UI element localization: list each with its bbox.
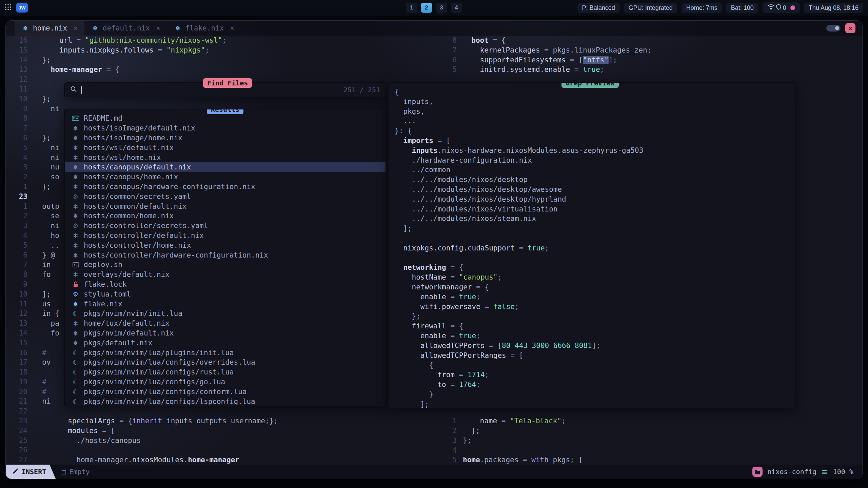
code-line: 13 home-manager = { — [12, 65, 433, 75]
code-line: 3}; — [441, 436, 862, 446]
code-line: ../../modules/nixos/virtualisation — [395, 204, 795, 214]
topbar-module[interactable]: GPU: Integrated — [624, 3, 677, 13]
line-number: 23 — [12, 416, 27, 426]
code-line: 4 — [441, 446, 862, 455]
recorder-dot-icon[interactable] — [790, 5, 795, 10]
tab-label: default.nix — [103, 24, 150, 32]
result-item[interactable]: ☾pkgs/nvim/nvim/lua/configs/lspconfig.lu… — [65, 396, 386, 406]
line-number: 24 — [12, 426, 27, 436]
line-number: 10 — [12, 289, 27, 299]
workspace-1[interactable]: 1 — [406, 3, 417, 13]
nix-cyan-icon: ❄ — [72, 300, 80, 308]
nix-icon: ❄ — [72, 329, 80, 337]
result-item[interactable]: ❄hosts/common/default.nix — [65, 201, 386, 211]
result-item[interactable]: ☾pkgs/nvim/nvim/lua/configs/rust.lua — [65, 367, 386, 377]
code-line — [395, 253, 795, 263]
workspace-2[interactable]: 2 — [421, 3, 432, 13]
line-number: 18 — [12, 367, 27, 377]
line-number: 5 — [441, 65, 457, 75]
result-label: hosts/wsl/default.nix — [84, 144, 174, 152]
result-label: pkgs/nvim/nvim/init.lua — [84, 309, 182, 318]
result-item[interactable]: ❄hosts/common/home.nix — [65, 211, 386, 221]
lua-icon: ☾ — [72, 368, 80, 376]
result-item[interactable]: ☾pkgs/nvim/nvim/lua/configs/conform.lua — [65, 387, 386, 396]
topbar-module[interactable]: P: Balanced — [577, 3, 620, 13]
result-item[interactable]: ❄overlays/default.nix — [65, 270, 386, 280]
result-item[interactable]: ⚙hosts/controller/secrets.yaml — [65, 221, 386, 231]
result-label: hosts/controller/hardware-configuration.… — [84, 251, 268, 259]
search-icon — [70, 86, 77, 94]
terminal-window: ❄home.nix×❄default.nix×❄flake.nix× × 16 … — [5, 20, 863, 479]
result-item[interactable]: ❄home/tux/default.nix — [65, 319, 386, 328]
nix-icon: ❄ — [72, 320, 80, 327]
code-line: ../../modules/nixos/steam.nix — [395, 214, 795, 224]
code-line: networking = { — [395, 263, 795, 272]
apps-grid-icon[interactable] — [5, 4, 12, 12]
code-line: 24 modules = [ — [12, 426, 433, 436]
topbar-module[interactable]: Home: 7ms — [682, 3, 722, 13]
tray-module[interactable]: 0 — [763, 2, 800, 13]
line-number: 14 — [12, 328, 27, 338]
line-number: 1 — [12, 182, 27, 192]
result-label: hosts/canopus/hardware-configuration.nix — [84, 183, 255, 191]
result-item[interactable]: ❄flake.nix — [65, 299, 386, 309]
wifi-icon[interactable] — [767, 4, 772, 12]
nix-icon: ❄ — [72, 134, 80, 142]
tab-close-button[interactable]: × — [230, 24, 234, 32]
result-item[interactable]: flake.lock — [65, 280, 386, 289]
preview-window: Grep Preview { inputs, pkgs, ...}: { imp… — [388, 82, 796, 408]
result-item[interactable]: ❄pkgs/nvim/default.nix — [65, 328, 386, 338]
workspace-3[interactable]: 3 — [436, 3, 447, 13]
code-line: }: { — [395, 126, 795, 136]
tab-close-button[interactable]: × — [73, 24, 78, 32]
result-item[interactable]: ⚙stylua.toml — [65, 289, 386, 299]
code-line: 5 initrd.systemd.enable = true; — [441, 65, 862, 75]
result-item[interactable]: ❄hosts/canopus/home.nix — [65, 172, 386, 182]
result-item[interactable]: ⚙hosts/common/secrets.yaml — [65, 191, 386, 201]
line-number: 7 — [12, 260, 27, 270]
result-item[interactable]: ❄hosts/controller/home.nix — [65, 240, 386, 250]
nix-icon: ❄ — [174, 24, 182, 32]
tab-default.nix[interactable]: ❄default.nix× — [84, 21, 167, 36]
result-item[interactable]: ☾pkgs/nvim/nvim/lua/plugins/init.lua — [65, 348, 386, 358]
result-item[interactable]: ❄hosts/isoImage/home.nix — [65, 133, 386, 143]
nix-icon: ❄ — [72, 173, 80, 181]
clock[interactable]: Thu Aug 08, 18:16 — [804, 3, 863, 13]
line-number: 13 — [12, 319, 27, 328]
result-item[interactable]: ☾pkgs/nvim/nvim/lua/configs/go.lua — [65, 377, 386, 387]
line-number: 14 — [12, 55, 27, 65]
find-files-prompt[interactable]: Find Files 251 / 251 — [64, 82, 386, 97]
result-label: pkgs/default.nix — [84, 339, 152, 347]
workspace-4[interactable]: 4 — [451, 3, 462, 13]
result-item[interactable]: ❄hosts/canopus/hardware-configuration.ni… — [65, 182, 386, 192]
line-number: 19 — [12, 377, 27, 387]
result-item[interactable]: ❄hosts/wsl/home.nix — [65, 152, 386, 162]
result-item[interactable]: ❄hosts/controller/hardware-configuration… — [65, 250, 386, 260]
tab-flake.nix[interactable]: ❄flake.nix× — [167, 21, 241, 36]
code-line: { — [395, 87, 795, 97]
code-line: ../../modules/nixos/desktop/hyprland — [395, 195, 795, 204]
tab-label: home.nix — [33, 24, 67, 32]
tab-close-button[interactable]: × — [156, 24, 160, 32]
result-item[interactable]: ☾pkgs/nvim/nvim/init.lua — [65, 309, 386, 319]
code-line: } — [395, 390, 795, 400]
code-line: 7 kernelPackages = pkgs.linuxPackages_ze… — [441, 45, 862, 55]
project-name: nixos-config — [767, 468, 816, 476]
window-toggle[interactable] — [826, 25, 841, 32]
logo-badge[interactable]: JW — [16, 3, 28, 13]
result-item[interactable]: ❄hosts/controller/default.nix — [65, 231, 386, 241]
window-close-button[interactable]: × — [845, 23, 855, 33]
result-item[interactable]: ❄hosts/isoImage/default.nix — [65, 123, 386, 133]
tab-home.nix[interactable]: ❄home.nix× — [15, 21, 84, 36]
result-item[interactable]: ☾pkgs/nvim/nvim/lua/configs/overrides.lu… — [65, 358, 386, 367]
code-line: ../../modules/nixos/desktop/awesome — [395, 185, 795, 195]
result-label: hosts/common/secrets.yaml — [84, 192, 191, 201]
result-item[interactable]: ❄pkgs/default.nix — [65, 338, 386, 348]
topbar-module[interactable]: Bat: 100 — [726, 3, 758, 13]
result-item[interactable]: README.md — [65, 114, 386, 123]
result-item[interactable]: deploy.sh — [65, 260, 386, 270]
result-item[interactable]: ❄hosts/canopus/default.nix — [65, 162, 386, 172]
code-line: 25 ./hosts/canopus — [12, 436, 433, 446]
result-item[interactable]: ❄hosts/wsl/default.nix — [65, 143, 386, 152]
line-number: 12 — [12, 75, 27, 84]
